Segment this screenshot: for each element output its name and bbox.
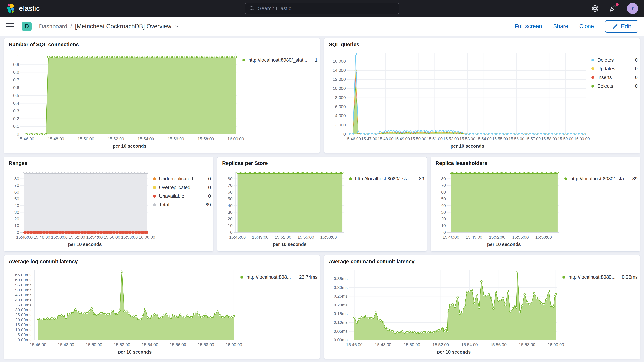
chart-main: 8070605040302010015:46:0015:48:0015:50:0… <box>6 172 151 250</box>
legend-swatch <box>240 276 243 278</box>
avatar[interactable]: r <box>627 3 638 14</box>
search-input[interactable] <box>258 6 395 12</box>
legend-item[interactable]: http://localhost:8080...0.26ms <box>562 274 638 280</box>
edit-button[interactable]: Edit <box>605 20 638 32</box>
y-tick-label: 0.10ms <box>334 320 348 325</box>
page-title: [Metricbeat CockroachDB] Overview <box>75 23 172 30</box>
chart-svg <box>449 172 559 232</box>
legend-item[interactable]: http://localhost:8080/_sta...89 <box>564 176 638 182</box>
legend-item[interactable]: Underreplicated0 <box>153 176 211 182</box>
global-search[interactable] <box>245 3 399 14</box>
legend-label: http://localhost:8080/_stat... <box>248 57 311 63</box>
y-tick-label: 0.3 <box>13 108 19 114</box>
chart-legend: http://localhost:808...22.74ms <box>238 265 318 357</box>
panel-title: Replica leaseholders <box>431 157 640 166</box>
y-tick-label: 60 <box>228 190 232 195</box>
x-axis-label: per 10 seconds <box>449 242 559 250</box>
legend-item[interactable]: Updates0 <box>591 66 638 72</box>
y-tick-label: 15.00ms <box>15 322 32 328</box>
x-tick-label: 15:58:00 <box>192 342 220 347</box>
chart-svg <box>349 53 586 134</box>
breadcrumb-dashboard[interactable]: Dashboard <box>39 23 67 30</box>
breadcrumb-separator: / <box>70 23 72 30</box>
chart-main: 0.35ms0.30ms0.25ms0.20ms0.15ms0.10ms0.05… <box>326 270 560 357</box>
legend-item[interactable]: Overreplicated0 <box>153 185 211 190</box>
x-axis: 15:46:0015:47:0015:48:0015:49:0015:50:00… <box>326 134 590 144</box>
chart-plot[interactable] <box>351 270 557 340</box>
elastic-logo-icon[interactable] <box>6 4 16 14</box>
y-tick-label: 40 <box>14 203 19 208</box>
legend-value: 0 <box>635 74 638 80</box>
legend-value: 0.26ms <box>622 274 638 280</box>
panel-ranges: Ranges 8070605040302010015:46:0015:48:00… <box>4 157 214 252</box>
whats-new-icon[interactable] <box>609 4 617 12</box>
chart-main: 65.00ms60.00ms55.00ms50.00ms45.00ms40.00… <box>6 270 238 357</box>
chart-legend: Deletes0Updates0Inserts0Selects0 <box>590 48 638 151</box>
x-tick-label: 16:00:00 <box>221 136 250 142</box>
full-screen-button[interactable]: Full screen <box>514 23 542 30</box>
y-tick-label: 5.00ms <box>18 332 32 338</box>
legend-item[interactable]: Inserts0 <box>591 74 638 80</box>
legend-swatch <box>591 84 594 88</box>
y-tick-label: 4,000 <box>335 113 346 118</box>
x-tick-label: 15:46:00 <box>12 136 40 142</box>
legend-value: 0 <box>208 176 211 182</box>
y-tick-label: 60 <box>441 190 446 195</box>
y-tick-label: 0.1 <box>13 124 19 129</box>
y-tick-label: 30 <box>441 210 446 215</box>
legend-value: 89 <box>206 202 211 208</box>
x-tick-label: 15:52:00 <box>426 342 455 347</box>
panel-title: Average command commit latency <box>324 255 640 265</box>
legend-swatch <box>591 76 594 79</box>
legend-item[interactable]: Deletes0 <box>591 57 638 63</box>
chevron-down-icon[interactable] <box>174 24 180 29</box>
y-tick-label: 80 <box>228 176 232 182</box>
dashboard-toolbar: D Dashboard / [Metricbeat CockroachDB] O… <box>0 17 644 36</box>
legend-label: Updates <box>597 66 631 72</box>
x-tick-label: 15:56:00 <box>164 342 192 347</box>
chart-plot[interactable] <box>449 172 559 232</box>
x-tick-label: 15:58:00 <box>529 235 558 240</box>
y-tick-label: 2,000 <box>335 122 346 128</box>
x-tick-label: 16:00:00 <box>132 235 162 240</box>
x-tick-label: 15:54:00 <box>136 342 164 347</box>
legend-value: 0 <box>635 83 638 89</box>
legend-value: 0 <box>208 185 211 190</box>
chart-main: 16,00014,00012,00010,0008,0006,0004,0002… <box>326 53 590 151</box>
chart-plot[interactable] <box>349 53 586 134</box>
panel-title: SQL queries <box>324 38 640 48</box>
chart-legend: http://localhost:8080/_sta...89 <box>562 166 638 250</box>
share-button[interactable]: Share <box>553 23 568 30</box>
y-tick-label: 6,000 <box>335 104 346 109</box>
dashboard-app-badge[interactable]: D <box>22 22 32 31</box>
x-axis: 15:46:0015:49:0015:52:0015:55:0015:58:00 <box>219 232 347 242</box>
chart-plot[interactable] <box>236 172 344 232</box>
help-icon[interactable] <box>591 5 599 12</box>
legend-swatch <box>153 186 156 189</box>
y-tick-label: 0.9 <box>13 62 19 67</box>
chart-body: 8070605040302010015:46:0015:48:0015:50:0… <box>4 166 213 251</box>
menu-button[interactable] <box>6 23 14 30</box>
chart-plot[interactable] <box>22 172 148 232</box>
legend-item[interactable]: http://localhost:8080/_sta...89 <box>349 176 424 182</box>
y-tick-label: 0.8 <box>13 70 19 75</box>
chart-plot[interactable] <box>22 53 237 134</box>
chart-svg <box>22 172 148 232</box>
legend-item[interactable]: http://localhost:8080/_stat...1 <box>242 57 318 63</box>
y-tick-label: 20.00ms <box>15 318 32 322</box>
notification-dot <box>615 2 619 7</box>
legend-item[interactable]: Unavailable0 <box>153 193 211 199</box>
clone-button[interactable]: Clone <box>580 23 594 30</box>
x-tick-label: 15:48:00 <box>52 342 80 347</box>
x-axis-label: per 10 seconds <box>22 242 148 250</box>
panel-title: Ranges <box>4 157 213 166</box>
legend-value: 89 <box>632 176 638 182</box>
chart-legend: http://localhost:8080/_sta...89 <box>347 166 424 250</box>
legend-item[interactable]: http://localhost:808...22.74ms <box>240 274 318 280</box>
legend-item[interactable]: Selects0 <box>591 83 638 89</box>
chart-body: 8070605040302010015:46:0015:49:0015:52:0… <box>218 166 427 251</box>
panel-average-command-commit-latency: Average command commit latency 0.35ms0.3… <box>324 255 640 359</box>
legend-item[interactable]: Total89 <box>153 202 211 208</box>
chart-plot[interactable] <box>34 270 235 340</box>
legend-label: http://localhost:8080... <box>568 274 618 280</box>
